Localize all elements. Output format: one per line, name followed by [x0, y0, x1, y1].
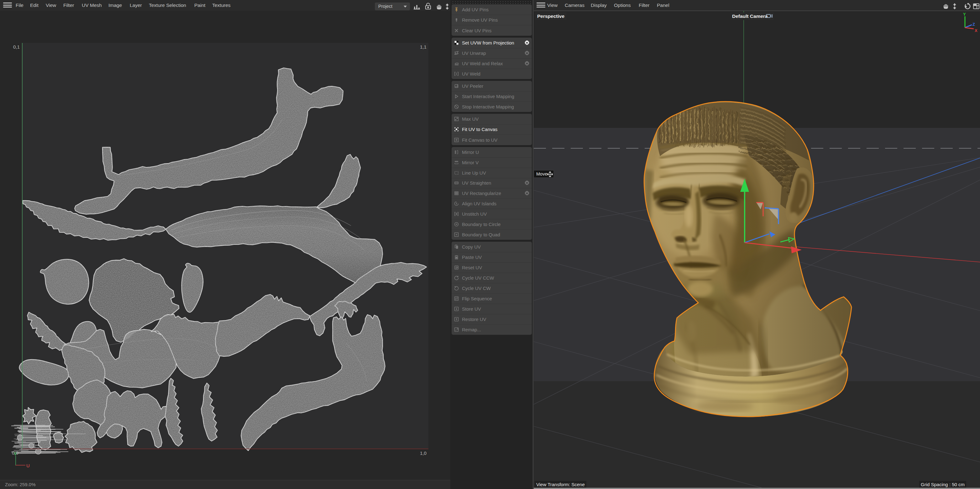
svg-text:Z: Z: [972, 22, 975, 27]
svg-text:0,1: 0,1: [13, 44, 20, 49]
svg-text:1,0: 1,0: [420, 451, 426, 456]
svg-text:1,1: 1,1: [420, 44, 426, 49]
svg-text:X: X: [975, 28, 977, 33]
svg-text:V: V: [14, 451, 17, 456]
svg-text:U: U: [26, 463, 30, 468]
svg-text:Y: Y: [963, 12, 966, 17]
